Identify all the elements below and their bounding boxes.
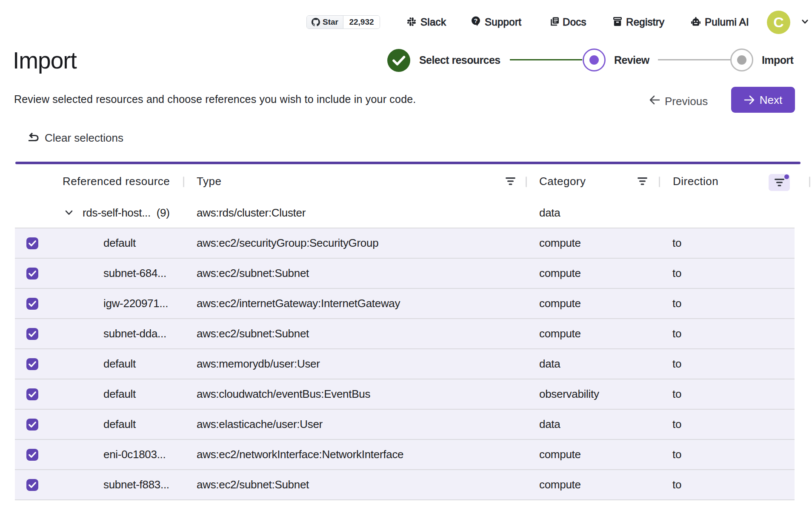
- svg-text:?: ?: [474, 17, 478, 24]
